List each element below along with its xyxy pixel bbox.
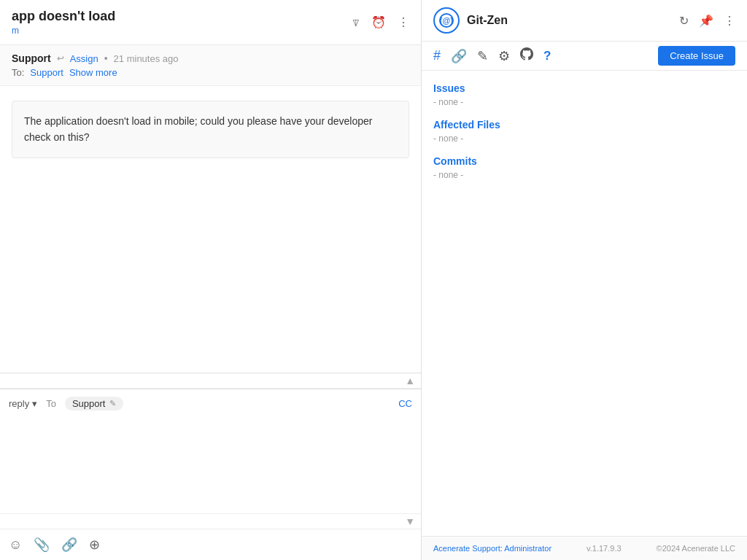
email-content: The application doesn't load in mobile; … [12, 101, 409, 158]
meta-row: Support ↩ Assign • 21 minutes ago [12, 52, 409, 64]
git-header: {@} Git-Zen ↻ 📌 ⋮ [422, 0, 747, 42]
affected-files-section: Affected Files - none - [433, 119, 735, 144]
more-vertical-icon[interactable]: ⋮ [398, 15, 409, 29]
git-content: Issues - none - Affected Files - none - … [422, 71, 747, 536]
email-body-text: The application doesn't load in mobile; … [24, 115, 372, 143]
emoji-icon[interactable]: ☺ [9, 537, 22, 553]
git-app-name: Git-Zen [467, 14, 672, 27]
email-title-block: app doesn't load m [12, 9, 115, 36]
footer-brand-label: Acenerate Support: [433, 544, 503, 553]
svg-text:{@}: {@} [439, 16, 454, 25]
commits-section: Commits - none - [433, 155, 735, 180]
to-chip: Support ✎ [65, 397, 124, 411]
sender-name: Support [12, 52, 51, 64]
email-title: app doesn't load [12, 9, 115, 24]
footer-version: v.1.17.9.3 [587, 544, 622, 553]
right-panel: {@} Git-Zen ↻ 📌 ⋮ # 🔗 ✎ ⚙ ? Create Issue… [422, 0, 747, 560]
left-panel: app doesn't load m ⍒ ⏰ ⋮ Support ↩ Assig… [0, 0, 422, 560]
more-footer-icon[interactable]: ⊕ [89, 537, 100, 553]
commits-none: - none - [433, 170, 735, 180]
issues-link[interactable]: Issues [433, 82, 465, 94]
filter-icon[interactable]: ⍒ [352, 16, 360, 29]
cc-label[interactable]: CC [398, 398, 412, 409]
edit-chip-icon[interactable]: ✎ [109, 399, 116, 408]
scroll-up-icon[interactable]: ▲ [405, 375, 415, 386]
footer-user: Administrator [504, 544, 551, 553]
affected-files-link[interactable]: Affected Files [433, 119, 500, 131]
scroll-down-area: ▼ [0, 513, 421, 529]
reply-type-row: reply ▾ To Support ✎ CC [9, 397, 412, 411]
issues-section: Issues - none - [433, 82, 735, 107]
scroll-up-area: ▲ [0, 373, 421, 389]
affected-files-none: - none - [433, 133, 735, 144]
reply-area: reply ▾ To Support ✎ CC [0, 389, 421, 513]
commits-link[interactable]: Commits [433, 155, 477, 167]
attachment-icon[interactable]: 📎 [34, 537, 50, 553]
pin-icon[interactable]: 📌 [699, 14, 713, 28]
refresh-icon[interactable]: ↻ [679, 14, 689, 28]
to-recipient: Support [30, 67, 63, 78]
reply-footer: ☺ 📎 🔗 ⊕ [0, 529, 421, 560]
git-footer: Acenerate Support: Administrator v.1.17.… [422, 536, 747, 560]
git-toolbar: # 🔗 ✎ ⚙ ? Create Issue [422, 42, 747, 71]
reply-dropdown-icon: ▾ [32, 398, 37, 409]
github-icon[interactable] [520, 47, 533, 64]
reply-arrow-icon: ↩ [57, 53, 64, 63]
reply-text-input[interactable] [9, 416, 412, 504]
assign-button[interactable]: Assign [70, 53, 98, 64]
hash-icon[interactable]: # [433, 48, 441, 63]
footer-brand-block: Acenerate Support: Administrator [433, 544, 551, 553]
git-header-actions: ↻ 📌 ⋮ [679, 14, 735, 28]
to-chip-label: Support [72, 398, 106, 409]
meta-separator: • [104, 52, 108, 64]
show-more-button[interactable]: Show more [69, 67, 117, 78]
scroll-down-icon[interactable]: ▼ [405, 516, 415, 527]
reply-type-button[interactable]: reply ▾ [9, 398, 37, 409]
reply-section: ▲ reply ▾ To Support ✎ CC ▼ [0, 373, 421, 529]
to-label: To: [12, 67, 24, 78]
email-header: app doesn't load m ⍒ ⏰ ⋮ [0, 0, 421, 45]
reply-label: reply [9, 398, 29, 409]
help-question-icon[interactable]: ? [543, 49, 551, 63]
history-icon[interactable]: ⏰ [371, 15, 386, 29]
issues-none: - none - [433, 97, 735, 107]
more-options-icon[interactable]: ⋮ [724, 14, 735, 28]
create-issue-button[interactable]: Create Issue [658, 46, 735, 66]
pencil-icon[interactable]: ✎ [477, 48, 488, 64]
email-body: The application doesn't load in mobile; … [0, 86, 421, 373]
email-meta: Support ↩ Assign • 21 minutes ago To: Su… [0, 45, 421, 86]
email-subtitle: m [12, 26, 115, 36]
footer-brand-text: Acenerate Support: Administrator [433, 544, 551, 553]
footer-copyright: ©2024 Acenerate LLC [657, 544, 735, 553]
chain-link-icon[interactable]: 🔗 [451, 48, 467, 64]
email-header-actions: ⍒ ⏰ ⋮ [352, 15, 409, 29]
time-ago: 21 minutes ago [114, 53, 179, 64]
link-icon[interactable]: 🔗 [61, 537, 77, 553]
to-field-label: To [46, 398, 56, 409]
settings-gear-icon[interactable]: ⚙ [498, 48, 510, 64]
git-zen-logo: {@} [433, 7, 460, 34]
to-row: To: Support Show more [12, 67, 409, 78]
